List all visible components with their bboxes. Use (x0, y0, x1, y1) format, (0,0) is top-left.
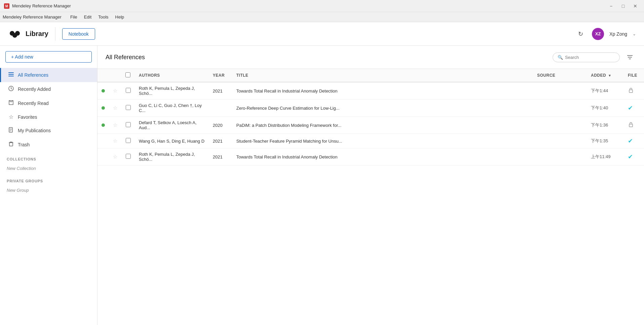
row-source (533, 82, 587, 100)
filter-button[interactable] (624, 51, 636, 63)
sidebar-label-recently-read: Recently Read (18, 101, 49, 106)
row-year (209, 100, 232, 117)
refresh-button[interactable]: ↻ (574, 28, 587, 40)
row-checkbox-cell (121, 82, 135, 100)
table-row[interactable]: ☆Roth K, Pemula L, Zepeda J, Schö...2021… (97, 82, 644, 100)
row-file[interactable] (624, 82, 644, 100)
sidebar-item-favorites[interactable]: ☆ Favorites (0, 110, 97, 123)
file-done-icon[interactable]: ✔ (628, 153, 633, 160)
menu-help[interactable]: Help (112, 13, 128, 21)
row-file[interactable]: ✔ (624, 148, 644, 166)
sidebar-item-trash[interactable]: Trash (0, 138, 97, 152)
row-checkbox[interactable] (126, 154, 131, 159)
add-new-button[interactable]: + Add new (5, 51, 92, 63)
row-file[interactable] (624, 117, 644, 134)
references-table: AUTHORS YEAR TITLE SOURCE ADDED (97, 69, 644, 166)
row-star-cell: ☆ (109, 148, 121, 166)
new-collection-button[interactable]: New Collection (0, 163, 97, 174)
minimize-button[interactable]: − (606, 1, 616, 11)
all-references-icon (8, 71, 14, 79)
row-dot (97, 134, 109, 148)
row-title[interactable]: PaDiM: a Patch Distribution Modeling Fra… (232, 117, 533, 134)
row-title[interactable]: Zero-Reference Deep Curve Estimation for… (232, 100, 533, 117)
notebook-button[interactable]: Notebook (62, 28, 95, 40)
row-title[interactable]: Towards Total Recall in Industrial Anoma… (232, 82, 533, 100)
row-dot (97, 82, 109, 100)
file-done-icon[interactable]: ✔ (628, 138, 633, 144)
star-button[interactable]: ☆ (113, 154, 117, 160)
table-row[interactable]: ☆Guo C, Li C, Guo J, Chen †, Loy C...Zer… (97, 100, 644, 117)
row-star-cell: ☆ (109, 134, 121, 148)
menubar: Mendeley Reference Manager File Edit Too… (0, 12, 644, 22)
row-title[interactable]: Towards Total Recall in Industrial Anoma… (232, 148, 533, 166)
user-chevron-icon[interactable]: ⌄ (633, 32, 636, 36)
file-locked-icon[interactable] (628, 123, 634, 129)
th-star (109, 69, 121, 82)
recently-read-icon (8, 100, 14, 107)
row-title[interactable]: Student-Teacher Feature Pyramid Matching… (232, 134, 533, 148)
mendeley-logo (8, 27, 22, 41)
file-done-icon[interactable]: ✔ (628, 105, 633, 111)
star-button[interactable]: ☆ (113, 88, 117, 94)
search-box[interactable]: 🔍 (553, 52, 620, 62)
star-button[interactable]: ☆ (113, 122, 117, 128)
th-added[interactable]: ADDED ▼ (587, 69, 624, 82)
row-file[interactable]: ✔ (624, 100, 644, 117)
sidebar-item-recently-added[interactable]: Recently Added (0, 82, 97, 96)
svg-point-5 (12, 33, 17, 38)
references-table-container: AUTHORS YEAR TITLE SOURCE ADDED (97, 69, 644, 325)
user-name: Xp Zong (609, 31, 627, 37)
row-checkbox[interactable] (126, 105, 131, 110)
svg-text:M: M (5, 4, 8, 8)
row-star-cell: ☆ (109, 82, 121, 100)
star-button[interactable]: ☆ (113, 138, 117, 144)
sidebar-item-recently-read[interactable]: Recently Read (0, 96, 97, 110)
table-row[interactable]: ☆Defard T, Setkov A, Loesch A, Aud...202… (97, 117, 644, 134)
svg-rect-8 (8, 76, 14, 76)
row-file[interactable]: ✔ (624, 134, 644, 148)
menu-tools[interactable]: Tools (95, 13, 112, 21)
row-authors: Roth K, Pemula L, Zepeda J, Schö... (135, 148, 209, 166)
th-year: YEAR (209, 69, 232, 82)
my-publications-icon (8, 127, 14, 134)
row-checkbox[interactable] (126, 122, 131, 127)
search-input[interactable] (565, 55, 605, 60)
sidebar-item-my-publications[interactable]: My Publications (0, 123, 97, 138)
sidebar-item-all-references[interactable]: All References (0, 68, 97, 82)
row-star-cell: ☆ (109, 117, 121, 134)
table-row[interactable]: ☆Roth K, Pemula L, Zepeda J, Schö...2021… (97, 148, 644, 166)
sidebar-label-recently-added: Recently Added (18, 86, 51, 92)
file-locked-icon[interactable] (628, 88, 634, 94)
sidebar-label-my-publications: My Publications (18, 128, 51, 133)
row-checkbox[interactable] (126, 88, 131, 93)
filter-icon (627, 54, 633, 61)
row-dot (97, 117, 109, 134)
menu-file[interactable]: File (67, 13, 81, 21)
app-icon: M (4, 3, 9, 9)
star-button[interactable]: ☆ (113, 105, 117, 111)
svg-rect-16 (9, 143, 13, 146)
table-header: AUTHORS YEAR TITLE SOURCE ADDED (97, 69, 644, 82)
sidebar-label-trash: Trash (18, 142, 30, 147)
new-group-button[interactable]: New Group (0, 185, 97, 195)
row-checkbox-cell (121, 134, 135, 148)
row-dot (97, 148, 109, 166)
unread-dot (102, 89, 105, 93)
select-all-checkbox[interactable] (125, 72, 130, 77)
table-row[interactable]: ☆Wang G, Han S, Ding E, Huang D2021Stude… (97, 134, 644, 148)
empty-dot (102, 139, 105, 143)
unread-dot (102, 106, 105, 110)
row-authors: Wang G, Han S, Ding E, Huang D (135, 134, 209, 148)
menu-edit[interactable]: Edit (81, 13, 95, 21)
row-added: 下午1:44 (587, 82, 624, 100)
row-dot (97, 100, 109, 117)
maximize-button[interactable]: □ (618, 1, 628, 11)
row-added: 下午1:36 (587, 117, 624, 134)
sidebar: + Add new All References (0, 46, 97, 325)
row-checkbox[interactable] (126, 138, 131, 143)
library-title: Library (26, 30, 48, 38)
toolbar: Library Notebook ↻ XZ Xp Zong ⌄ (0, 22, 644, 46)
th-source: SOURCE (533, 69, 587, 82)
close-button[interactable]: ✕ (631, 1, 640, 11)
row-authors: Defard T, Setkov A, Loesch A, Aud... (135, 117, 209, 134)
